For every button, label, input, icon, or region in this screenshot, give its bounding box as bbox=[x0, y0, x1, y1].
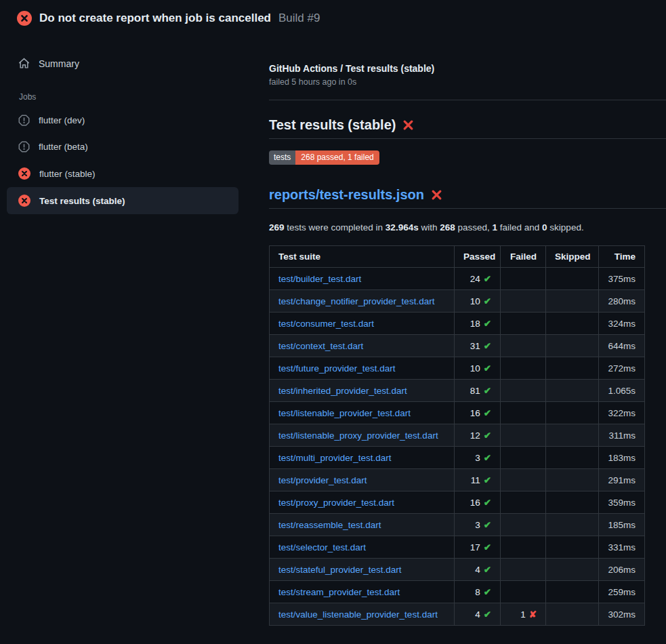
test-suite-cell: test/inherited_provider_test.dart bbox=[270, 380, 455, 402]
check-icon: ✔ bbox=[484, 475, 491, 485]
sidebar-summary-label: Summary bbox=[39, 58, 79, 69]
passed-cell: 31✔ bbox=[455, 335, 501, 357]
badge-label: tests bbox=[269, 150, 295, 165]
sidebar-item-summary[interactable]: Summary bbox=[7, 51, 238, 76]
time-cell: 291ms bbox=[599, 469, 645, 491]
sidebar-job-label: flutter (beta) bbox=[39, 142, 88, 152]
passed-cell: 10✔ bbox=[455, 290, 501, 313]
col-header-passed: Passed bbox=[455, 246, 501, 268]
test-suite-link[interactable]: test/builder_test.dart bbox=[278, 274, 361, 284]
failed-status-icon bbox=[18, 195, 30, 207]
test-suite-link[interactable]: test/stateful_provider_test.dart bbox=[278, 565, 402, 575]
check-icon: ✔ bbox=[484, 520, 491, 530]
test-suite-cell: test/change_notifier_provider_test.dart bbox=[270, 290, 455, 313]
check-icon: ✔ bbox=[484, 319, 491, 329]
time-cell: 331ms bbox=[599, 536, 645, 559]
failed-count: 1 bbox=[493, 222, 498, 233]
sidebar-job-item[interactable]: flutter (stable) bbox=[7, 160, 238, 187]
sidebar-job-label: Test results (stable) bbox=[39, 196, 125, 206]
test-suite-cell: test/provider_test.dart bbox=[270, 469, 455, 491]
passed-cell: 81✔ bbox=[455, 380, 501, 402]
table-row: test/inherited_provider_test.dart 81✔ ✘ … bbox=[270, 380, 645, 402]
sidebar-job-label: flutter (stable) bbox=[39, 169, 96, 179]
test-suite-link[interactable]: test/value_listenable_provider_test.dart bbox=[278, 609, 438, 620]
test-suite-cell: test/multi_provider_test.dart bbox=[270, 447, 455, 469]
table-row: test/listenable_proxy_provider_test.dart… bbox=[270, 424, 645, 447]
test-suite-cell: test/future_provider_test.dart bbox=[270, 357, 455, 380]
failed-status-icon bbox=[18, 167, 30, 180]
test-suite-link[interactable]: test/listenable_provider_test.dart bbox=[278, 408, 411, 418]
section-title: Test results (stable) bbox=[269, 117, 396, 133]
check-icon: ✔ bbox=[484, 341, 491, 351]
failed-cell: ✘ bbox=[501, 335, 546, 357]
passed-cell: 17✔ bbox=[455, 536, 501, 559]
skipped-cell bbox=[546, 268, 599, 290]
table-row: test/future_provider_test.dart 10✔ ✘ 272… bbox=[270, 357, 645, 380]
passed-cell: 16✔ bbox=[455, 491, 501, 514]
skipped-cell bbox=[546, 559, 599, 581]
time-cell: 324ms bbox=[599, 313, 645, 335]
test-suite-link[interactable]: test/consumer_test.dart bbox=[278, 319, 374, 329]
table-row: test/stream_provider_test.dart 8✔ ✘ 259m… bbox=[270, 581, 645, 603]
run-status-line: failed 5 hours ago in 0s bbox=[269, 77, 666, 87]
test-suite-link[interactable]: test/reassemble_test.dart bbox=[278, 520, 381, 530]
passed-cell: 4✔ bbox=[455, 559, 501, 581]
test-suite-link[interactable]: test/proxy_provider_test.dart bbox=[278, 498, 394, 508]
jobs-section-label: Jobs bbox=[19, 92, 238, 102]
test-suite-link[interactable]: test/change_notifier_provider_test.dart bbox=[278, 296, 434, 306]
col-header-skipped: Skipped bbox=[546, 246, 599, 268]
test-suite-link[interactable]: test/context_test.dart bbox=[278, 341, 363, 351]
time-cell: 359ms bbox=[599, 491, 645, 514]
home-icon bbox=[18, 58, 30, 69]
failed-cell: ✘ bbox=[501, 536, 546, 559]
sidebar-job-item[interactable]: flutter (dev) bbox=[7, 107, 238, 134]
time-cell: 259ms bbox=[599, 581, 645, 603]
failed-cell: ✘ bbox=[501, 581, 546, 603]
duration-value: 32.964s bbox=[386, 222, 419, 233]
table-row: test/consumer_test.dart 18✔ ✘ 324ms bbox=[270, 313, 645, 335]
skipped-cell bbox=[546, 447, 599, 469]
table-row: test/change_notifier_provider_test.dart … bbox=[270, 290, 645, 313]
test-suite-link[interactable]: test/stream_provider_test.dart bbox=[278, 587, 400, 597]
test-suite-link[interactable]: test/future_provider_test.dart bbox=[278, 363, 396, 374]
time-cell: 206ms bbox=[599, 559, 645, 581]
test-suite-link[interactable]: test/selector_test.dart bbox=[278, 542, 366, 552]
report-file-link[interactable]: reports/test-results.json bbox=[269, 187, 424, 203]
table-row: test/reassemble_test.dart 3✔ ✘ 185ms bbox=[270, 514, 645, 536]
passed-count: 268 bbox=[440, 222, 455, 233]
test-suite-link[interactable]: test/provider_test.dart bbox=[278, 475, 367, 485]
sidebar-job-item[interactable]: flutter (beta) bbox=[7, 134, 238, 160]
failed-cell: ✘ bbox=[501, 402, 546, 424]
time-cell: 183ms bbox=[599, 447, 645, 469]
divider bbox=[269, 100, 666, 100]
table-row: test/value_listenable_provider_test.dart… bbox=[270, 603, 645, 626]
time-cell: 272ms bbox=[599, 357, 645, 380]
failed-cell: ✘ bbox=[501, 491, 546, 514]
check-icon: ✔ bbox=[484, 363, 491, 374]
total-count: 269 bbox=[269, 222, 285, 233]
skipped-cell bbox=[546, 424, 599, 447]
time-cell: 322ms bbox=[599, 402, 645, 424]
test-suite-cell: test/listenable_provider_test.dart bbox=[270, 402, 455, 424]
sidebar: Summary Jobs flutter (dev) bbox=[7, 51, 238, 214]
check-icon: ✔ bbox=[484, 430, 491, 441]
col-header-time: Time bbox=[599, 246, 645, 268]
sidebar-job-label: flutter (dev) bbox=[39, 115, 85, 125]
test-suite-link[interactable]: test/listenable_proxy_provider_test.dart bbox=[278, 430, 438, 441]
test-suite-link[interactable]: test/inherited_provider_test.dart bbox=[278, 386, 407, 396]
failed-x-icon bbox=[431, 189, 442, 201]
test-suite-link[interactable]: test/multi_provider_test.dart bbox=[278, 453, 392, 463]
skipped-cell bbox=[546, 469, 599, 491]
section-heading: Test results (stable) bbox=[269, 117, 666, 139]
passed-cell: 24✔ bbox=[455, 268, 501, 290]
skipped-cell bbox=[546, 514, 599, 536]
test-suite-cell: test/stream_provider_test.dart bbox=[270, 581, 455, 603]
time-cell: 302ms bbox=[599, 603, 645, 626]
cancelled-status-icon bbox=[18, 115, 30, 126]
x-icon: ✘ bbox=[529, 609, 537, 620]
run-header: Do not create report when job is cancell… bbox=[17, 11, 320, 26]
sidebar-job-item[interactable]: Test results (stable) bbox=[7, 187, 238, 214]
time-cell: 644ms bbox=[599, 335, 645, 357]
skipped-cell bbox=[546, 290, 599, 313]
failed-cell: ✘ bbox=[501, 447, 546, 469]
